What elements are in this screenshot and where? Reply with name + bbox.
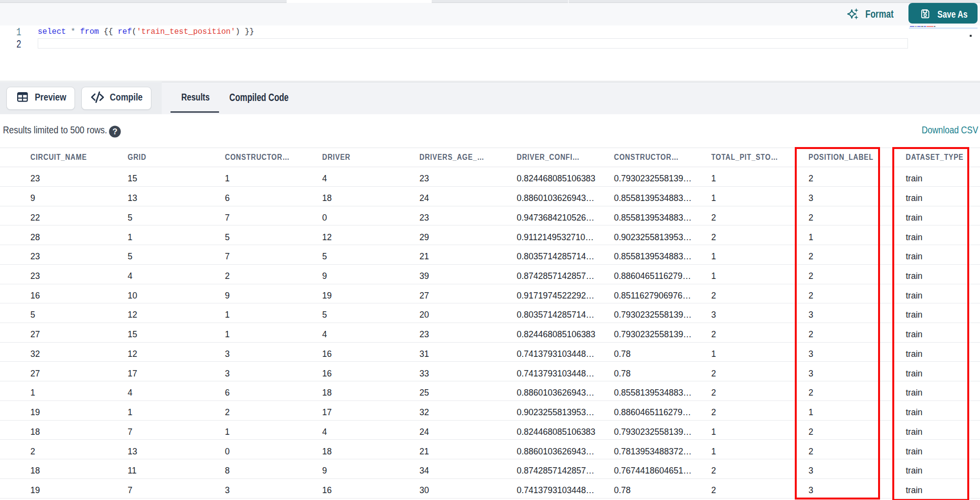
svg-text:?: ? <box>112 127 117 136</box>
